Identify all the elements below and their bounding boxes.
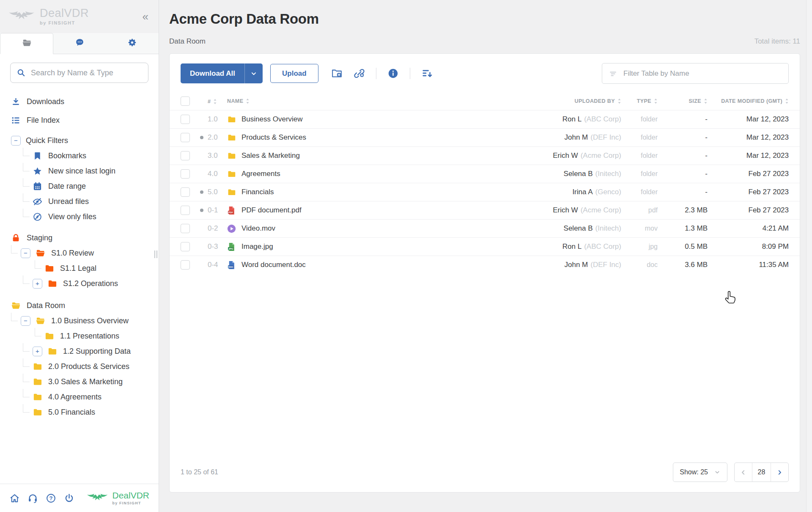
sidebar-item-quick-filters[interactable]: −Quick Filters xyxy=(11,133,159,148)
table-row[interactable]: 4.0AgreementsSelena B(Initech)folder-Feb… xyxy=(170,165,800,183)
row-name-cell: Agreements xyxy=(227,170,503,179)
table-row[interactable]: 2.0Products & ServicesJohn M(DEF Inc)fol… xyxy=(170,128,800,146)
power-icon[interactable] xyxy=(64,493,74,504)
sidebar-item-1-2-supporting-data[interactable]: +1.2 Supporting Data xyxy=(11,344,159,359)
row-checkbox[interactable] xyxy=(181,115,190,124)
table-row[interactable]: 1.0Business OverviewRon L(ABC Corp)folde… xyxy=(170,110,800,128)
minus-expander-icon[interactable]: − xyxy=(11,136,21,146)
plus-expander-icon[interactable]: + xyxy=(33,347,42,356)
row-checkbox-cell xyxy=(181,133,200,142)
table-row[interactable]: 0-1PDFPDF document.pdfErich W(Acme Corp)… xyxy=(170,201,800,219)
tab-chat[interactable] xyxy=(53,33,106,54)
row-checkbox[interactable] xyxy=(181,151,190,160)
row-checkbox[interactable] xyxy=(181,133,190,142)
plus-expander-icon[interactable]: + xyxy=(33,279,42,289)
sidebar-resize-handle[interactable] xyxy=(154,250,157,258)
sidebar-item-3-0-sales-marketing[interactable]: 3.0 Sales & Marketing xyxy=(11,374,159,389)
previous-page-button[interactable] xyxy=(735,463,752,482)
download-all-caret-button[interactable] xyxy=(244,63,263,83)
collapse-sidebar-icon[interactable]: « xyxy=(141,9,150,24)
help-icon[interactable]: ? xyxy=(46,493,56,504)
table-row[interactable]: 0-4DOCWord document.docJohn M(DEF Inc)do… xyxy=(170,256,800,274)
table-row[interactable]: 0-2Video.movSelena B(Initech)mov1.3 MB4:… xyxy=(170,219,800,237)
support-icon[interactable] xyxy=(27,493,38,504)
row-checkbox[interactable] xyxy=(181,224,190,233)
minus-expander-icon[interactable]: − xyxy=(21,316,30,326)
column-header-label: UPLOADED BY xyxy=(575,98,615,104)
file-name[interactable]: PDF document.pdf xyxy=(241,206,302,215)
file-name[interactable]: Business Overview xyxy=(241,115,303,124)
column-header-uploader[interactable]: UPLOADED BY xyxy=(575,98,621,104)
eye-off-icon xyxy=(33,197,42,206)
scrollbar-gutter[interactable] xyxy=(806,0,812,512)
folder-icon xyxy=(33,392,42,402)
sidebar-item-4-0-agreements[interactable]: 4.0 Agreements xyxy=(11,389,159,405)
column-header-name[interactable]: NAME xyxy=(227,98,250,104)
row-checkbox[interactable] xyxy=(181,169,190,179)
show-per-page-dropdown[interactable]: Show: 25 xyxy=(673,462,727,482)
table-row[interactable]: 3.0Sales & MarketingErich W(Acme Corp)fo… xyxy=(170,146,800,165)
row-size: - xyxy=(658,151,708,160)
sidebar-item-unread-files[interactable]: Unread files xyxy=(11,194,159,209)
sidebar-item-5-0-financials[interactable]: 5.0 Financials xyxy=(11,405,159,420)
filter-table-input[interactable] xyxy=(623,69,782,78)
sidebar-item-bookmarks[interactable]: Bookmarks xyxy=(11,148,159,163)
table-row[interactable]: 0-3JPGImage.jpgRon L(ABC Corp)jpg0.5 MB8… xyxy=(170,237,800,256)
file-name[interactable]: Products & Services xyxy=(241,133,306,142)
add-folder-button[interactable] xyxy=(331,68,343,79)
home-icon[interactable] xyxy=(9,493,20,504)
sidebar-item-staging[interactable]: Staging xyxy=(11,230,159,245)
sidebar-item-s1-0-review[interactable]: −S1.0 Review xyxy=(11,245,159,261)
minus-expander-icon[interactable]: − xyxy=(21,248,30,258)
sidebar-item-2-0-products-services[interactable]: 2.0 Products & Services xyxy=(11,359,159,374)
sidebar-item-new-since-last-login[interactable]: New since last login xyxy=(11,163,159,179)
tab-settings[interactable] xyxy=(106,33,159,54)
unread-dot-icon xyxy=(200,209,203,212)
row-checkbox[interactable] xyxy=(181,242,190,251)
sidebar-item-file-index[interactable]: File Index xyxy=(11,113,159,128)
download-all-button[interactable]: Download All xyxy=(181,63,244,83)
column-header-num[interactable]: # xyxy=(208,99,217,105)
select-all-checkbox[interactable] xyxy=(181,96,190,106)
row-type: doc xyxy=(621,261,658,269)
file-name[interactable]: Sales & Marketing xyxy=(241,151,300,160)
app: DealVDR by FINSIGHT « DownloadsFile Inde… xyxy=(0,0,812,512)
row-checkbox[interactable] xyxy=(181,206,190,215)
search-input[interactable] xyxy=(30,68,142,78)
file-name[interactable]: Image.jpg xyxy=(241,242,273,251)
sidebar-item-s1-1-legal[interactable]: S1.1 Legal xyxy=(11,261,159,276)
sidebar-item-s1-2-operations[interactable]: +S1.2 Operations xyxy=(11,276,159,291)
row-checkbox-cell xyxy=(181,151,200,160)
tab-documents[interactable] xyxy=(0,33,53,54)
tree-connector xyxy=(23,343,30,352)
row-checkbox[interactable] xyxy=(181,187,190,197)
sidebar-item-label: 1.1 Presentations xyxy=(60,332,119,341)
row-dot-cell xyxy=(200,136,208,139)
file-name[interactable]: Word document.doc xyxy=(241,261,306,269)
mov-file-icon xyxy=(227,224,236,233)
sidebar-search xyxy=(10,63,148,83)
info-button[interactable] xyxy=(387,68,399,79)
sidebar-item-date-range[interactable]: Date range xyxy=(11,179,159,194)
file-name[interactable]: Agreements xyxy=(241,170,280,178)
sidebar-item-1-0-business-overview[interactable]: −1.0 Business Overview xyxy=(11,313,159,328)
sidebar-item-data-room[interactable]: Data Room xyxy=(11,298,159,313)
file-name[interactable]: Video.mov xyxy=(241,224,275,233)
sidebar-item-1-1-presentations[interactable]: 1.1 Presentations xyxy=(11,328,159,344)
folder-icon xyxy=(47,347,57,356)
upload-button[interactable]: Upload xyxy=(270,64,318,83)
sort-desc-button[interactable] xyxy=(421,68,433,79)
sidebar-item-downloads[interactable]: Downloads xyxy=(11,94,159,109)
column-header-size[interactable]: SIZE xyxy=(689,98,708,104)
row-checkbox[interactable] xyxy=(181,260,190,270)
sub-header-row: Data Room Total items: 11 xyxy=(169,37,800,46)
uploader-org: (Initech) xyxy=(595,224,621,232)
table-row[interactable]: 5.0FinancialsIrina A(Genco)folder-Feb 27… xyxy=(170,183,800,201)
add-link-button[interactable] xyxy=(354,68,365,79)
sidebar-item-view-only-files[interactable]: View only files xyxy=(11,209,159,224)
column-header-date[interactable]: DATE MODIFIED (GMT) xyxy=(721,98,789,104)
uploader-org: (DEF Inc) xyxy=(590,133,621,141)
file-name[interactable]: Financials xyxy=(241,188,274,196)
next-page-button[interactable] xyxy=(771,463,788,482)
column-header-type[interactable]: TYPE xyxy=(637,98,658,104)
